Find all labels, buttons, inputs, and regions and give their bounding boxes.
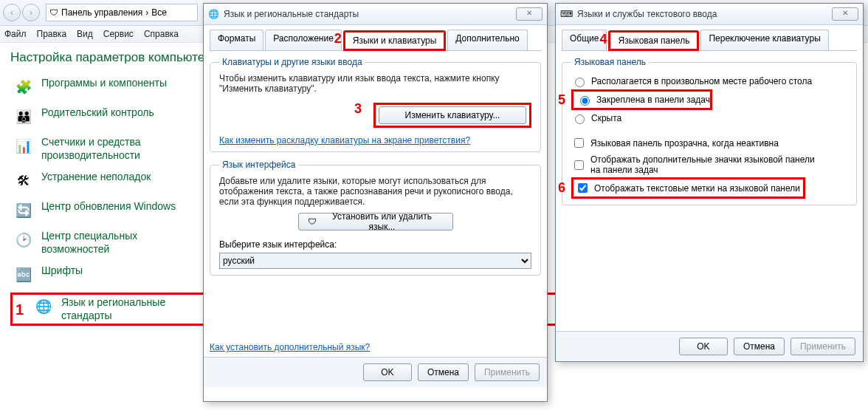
group-legend: Язык интерфейса (219, 160, 298, 170)
tab-location[interactable]: Расположение (265, 30, 342, 50)
keyboard-icon: ⌨ (560, 9, 573, 19)
globe-icon: 🌐 (33, 296, 54, 317)
dialog-title: Языки и службы текстового ввода (577, 9, 717, 19)
close-button[interactable]: ✕ (516, 7, 542, 21)
radio-hidden[interactable]: Скрыта (571, 110, 847, 126)
select-language-label: Выберите язык интерфейса: (219, 239, 531, 250)
shield-icon: 🛡 (308, 216, 317, 227)
clock-icon: 🕑 (13, 230, 34, 250)
callout-number: 3 (354, 101, 362, 117)
shield-icon: 🛡 (49, 7, 58, 18)
install-uninstall-lang-button[interactable]: 🛡 Установить или удалить язык... (298, 213, 453, 230)
cp-item-label: Язык и региональные стандарты (61, 296, 202, 322)
callout-number: 5 (558, 92, 565, 108)
check-transparent[interactable]: Языковая панель прозрачна, когда неактив… (571, 134, 847, 152)
callout-number: 1 (16, 301, 24, 318)
tab-switch-keyboard[interactable]: Переключение клавиатуры (700, 30, 828, 50)
font-icon: 🔤 (13, 264, 34, 285)
radio-input[interactable] (575, 78, 585, 87)
radio-label: Скрыта (591, 113, 621, 123)
apply-button[interactable]: Применить (475, 363, 540, 381)
update-icon: 🔄 (13, 200, 34, 221)
cancel-button[interactable]: Отмена (418, 363, 469, 381)
check-text-labels[interactable]: Отображать текстовые метки на языковой п… (571, 177, 805, 199)
button-label: Установить или удалить язык... (321, 211, 444, 232)
radio-input[interactable] (575, 115, 585, 124)
tab-advanced[interactable]: Дополнительно (447, 30, 527, 50)
tools-icon: 🛠 (13, 171, 34, 191)
radio-input[interactable] (580, 96, 590, 106)
text-services-dialog: ⌨ Языки и службы текстового ввода ✕ Общи… (555, 3, 864, 362)
interface-language-select[interactable]: русский (219, 253, 531, 269)
checkbox-input[interactable] (574, 160, 584, 170)
chevron-right-icon: › (145, 7, 148, 18)
breadcrumb[interactable]: Панель управления (61, 7, 142, 18)
group-legend: Клавиатуры и другие языки ввода (219, 57, 365, 67)
ok-button[interactable]: OK (679, 338, 728, 355)
nav-forward-button[interactable]: › (22, 4, 40, 21)
check-label: Отображать текстовые метки на языковой п… (594, 183, 800, 194)
radio-floating[interactable]: Располагается в произвольном месте рабоч… (571, 73, 847, 89)
checkbox-input[interactable] (578, 183, 588, 193)
dialog-footer: OK Отмена Применить (204, 357, 547, 387)
cp-item-label: Шрифты (41, 264, 83, 278)
globe-icon: 🌐 (208, 9, 219, 19)
group-description: Добавьте или удалите языки, которые могу… (219, 176, 531, 207)
callout-number: 6 (558, 180, 565, 196)
menu-edit[interactable]: Правка (37, 29, 67, 39)
check-extra-icons[interactable]: Отображать дополнительные значки языково… (571, 152, 847, 177)
ok-button[interactable]: OK (363, 363, 412, 381)
menu-tools[interactable]: Сервис (103, 29, 134, 39)
display-language-group: Язык интерфейса Добавьте или удалите язы… (210, 160, 541, 276)
keyboards-group: Клавиатуры и другие языки ввода Чтобы из… (210, 57, 541, 152)
tabstrip: Форматы Расположение 2 Языки и клавиатур… (210, 30, 541, 51)
tabstrip: Общие 4 Языковая панель Переключение кла… (562, 30, 857, 51)
cp-item-label: Программы и компоненты (41, 77, 167, 90)
callout-number: 2 (334, 31, 342, 47)
radio-docked[interactable]: Закреплена в панели задач (571, 89, 712, 110)
tab-languages-keyboards[interactable]: Языки и клавиатуры (343, 30, 446, 51)
region-language-dialog: 🌐 Язык и региональные стандарты ✕ Формат… (203, 3, 548, 402)
tab-formats[interactable]: Форматы (210, 30, 264, 50)
apply-button[interactable]: Применить (790, 338, 855, 355)
group-description: Чтобы изменить клавиатуру или язык ввода… (219, 73, 531, 94)
language-bar-group: Языковая панель Располагается в произвол… (562, 57, 857, 205)
checkbox-input[interactable] (574, 138, 584, 148)
cp-item-label: Родительский контроль (41, 106, 154, 120)
close-button[interactable]: ✕ (832, 7, 858, 21)
breadcrumb[interactable]: Все (151, 7, 167, 18)
cp-item-label: Счетчики и средства производительности (41, 136, 182, 162)
group-legend: Языковая панель (571, 57, 649, 67)
menu-help[interactable]: Справка (144, 29, 179, 39)
dialog-titlebar[interactable]: ⌨ Языки и службы текстового ввода ✕ (556, 4, 863, 25)
callout-number: 4 (599, 32, 607, 47)
welcome-layout-link[interactable]: Как изменить раскладку клавиатуры на экр… (219, 135, 470, 146)
install-extra-lang-link[interactable]: Как установить дополнительный язык? (210, 342, 370, 352)
radio-label: Располагается в произвольном месте рабоч… (591, 76, 812, 86)
address-bar[interactable]: 🛡 Панель управления › Все (46, 4, 198, 21)
check-label: Отображать дополнительные значки языково… (590, 154, 819, 175)
people-icon: 👪 (13, 106, 34, 127)
dialog-titlebar[interactable]: 🌐 Язык и региональные стандарты ✕ (204, 4, 547, 25)
dialog-footer: OK Отмена Применить (556, 331, 863, 361)
cp-item-label: Центр обновления Windows (41, 200, 176, 213)
programs-icon: 🧩 (13, 77, 34, 98)
cancel-button[interactable]: Отмена (734, 338, 785, 355)
cp-item-label: Центр специальных возможностей (41, 230, 182, 256)
cp-item-label: Устранение неполадок (41, 171, 151, 184)
check-label: Языковая панель прозрачна, когда неактив… (590, 138, 779, 148)
radio-label: Закреплена в панели задач (596, 95, 710, 105)
dialog-title: Язык и региональные стандарты (224, 9, 359, 19)
chart-icon: 📊 (13, 136, 34, 157)
change-keyboard-button[interactable]: Изменить клавиатуру... (379, 106, 526, 124)
menu-file[interactable]: Файл (4, 29, 27, 39)
tab-language-bar[interactable]: Языковая панель (608, 30, 699, 51)
menu-view[interactable]: Вид (77, 29, 93, 39)
nav-back-button[interactable]: ‹ (3, 4, 21, 21)
